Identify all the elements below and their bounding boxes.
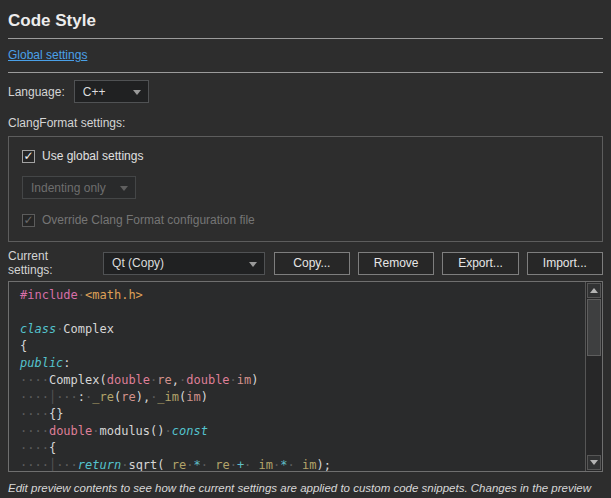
code-line: #include·<math.h> — [20, 287, 585, 304]
page-title: Code Style — [8, 10, 603, 31]
export-button[interactable]: Export... — [442, 252, 518, 275]
code-line: ····Complex(double·re,·double·im) — [20, 372, 585, 389]
code-line: ····{ — [20, 440, 585, 457]
arrow-down-icon — [590, 460, 598, 465]
global-settings-link[interactable]: Global settings — [8, 48, 87, 62]
code-line: ····│···return·sqrt(_re·*·_re·+·_im·*·_i… — [20, 457, 585, 472]
editor-scrollbar[interactable] — [585, 282, 602, 471]
code-line: ····{} — [20, 406, 585, 423]
language-dropdown[interactable]: C++ — [74, 80, 149, 103]
code-line — [20, 304, 585, 321]
chevron-down-icon — [133, 90, 141, 95]
use-global-settings-checkbox[interactable]: ✓ Use global settings — [22, 149, 589, 163]
language-label: Language: — [8, 85, 65, 99]
chevron-down-icon — [249, 262, 257, 267]
current-settings-label: Current settings: — [8, 249, 95, 277]
checkbox-checked-icon: ✓ — [22, 214, 35, 227]
clangformat-groupbox: ✓ Use global settings Indenting only ✓ O… — [8, 136, 603, 242]
code-preview-editor: #include·<math.h> class·Complex{public:·… — [8, 281, 603, 472]
code-style-settings-page: Code Style Global settings Language: C++… — [0, 0, 611, 498]
code-line: ····double·modulus()·const — [20, 423, 585, 440]
use-global-settings-label: Use global settings — [42, 149, 143, 163]
scroll-down-button[interactable] — [587, 455, 601, 470]
code-line: class·Complex — [20, 321, 585, 338]
checkbox-checked-icon: ✓ — [22, 150, 35, 163]
separator — [8, 38, 603, 39]
code-line: ····│···:·_re(re),·_im(im) — [20, 389, 585, 406]
scroll-up-button[interactable] — [587, 283, 601, 298]
code-line: public: — [20, 355, 585, 372]
current-settings-row: Current settings: Qt (Copy) Copy... Remo… — [8, 251, 603, 275]
code-area[interactable]: #include·<math.h> class·Complex{public:·… — [9, 282, 585, 471]
current-settings-value: Qt (Copy) — [112, 256, 164, 270]
arrow-up-icon — [590, 288, 598, 293]
current-settings-dropdown[interactable]: Qt (Copy) — [103, 252, 265, 275]
import-button[interactable]: Import... — [527, 252, 603, 275]
preview-hint-text: Edit preview contents to see how the cur… — [8, 481, 605, 498]
clangformat-mode-value: Indenting only — [31, 181, 106, 195]
language-dropdown-value: C++ — [83, 85, 106, 99]
code-line: { — [20, 338, 585, 355]
language-row: Language: C++ — [8, 80, 603, 103]
separator — [8, 72, 603, 73]
clangformat-mode-dropdown: Indenting only — [22, 176, 136, 199]
scrollbar-thumb[interactable] — [587, 299, 601, 356]
copy-button[interactable]: Copy... — [274, 252, 350, 275]
chevron-down-icon — [120, 186, 128, 191]
override-clang-format-checkbox: ✓ Override Clang Format configuration fi… — [22, 213, 589, 227]
clangformat-settings-label: ClangFormat settings: — [8, 116, 603, 130]
remove-button[interactable]: Remove — [358, 252, 434, 275]
override-clang-format-label: Override Clang Format configuration file — [42, 213, 255, 227]
